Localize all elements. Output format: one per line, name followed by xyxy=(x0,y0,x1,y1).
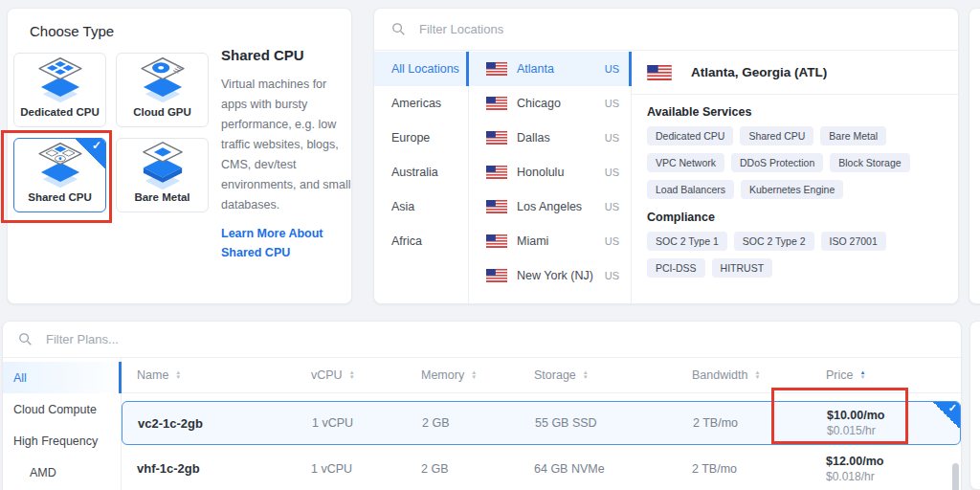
selected-check-icon xyxy=(75,139,105,169)
plan-vcpu: 1 vCPU xyxy=(296,462,406,476)
type-option[interactable]: Shared CPU xyxy=(13,138,106,212)
search-icon xyxy=(18,332,33,346)
compliance-badge: SOC 2 Type 1 xyxy=(647,232,727,251)
city-name: Atlanta xyxy=(517,62,554,76)
type-description-text: Virtual machines for apps with bursty pe… xyxy=(221,75,353,215)
column-header[interactable]: vCPU ▲▼ xyxy=(296,368,406,382)
city-item[interactable]: Miami US xyxy=(469,224,631,258)
region-filter-item[interactable]: All Locations xyxy=(374,52,468,86)
column-header[interactable]: Storage ▲▼ xyxy=(519,368,677,382)
city-name: Honolulu xyxy=(517,166,564,179)
service-badge: Load Balancers xyxy=(647,180,734,199)
plan-table: Name ▲▼ vCPU ▲▼ Memory ▲▼ Storage ▲▼ xyxy=(122,358,961,490)
available-services-heading: Available Services xyxy=(647,105,943,119)
city-list: Atlanta US Chicago US Dallas US Honolulu… xyxy=(469,51,632,303)
region-filter-item[interactable]: Africa xyxy=(374,224,468,258)
city-country: US xyxy=(605,167,619,178)
plan-price-hourly: $0.018/hr xyxy=(826,469,961,484)
plan-storage: 64 GB NVMe xyxy=(519,462,677,476)
region-filter-item[interactable]: Europe xyxy=(374,121,468,155)
type-option[interactable]: Bare Metal xyxy=(116,138,209,212)
city-country: US xyxy=(605,201,619,212)
sort-icon: ▲▼ xyxy=(349,370,355,381)
column-label: Price xyxy=(826,368,853,382)
city-item[interactable]: Dallas US xyxy=(469,121,631,155)
locations-body: All LocationsAmericasEuropeAustraliaAsia… xyxy=(374,51,958,303)
city-country: US xyxy=(605,63,619,75)
column-label: Storage xyxy=(534,368,576,382)
city-name: Dallas xyxy=(517,131,550,145)
city-item[interactable]: Chicago US xyxy=(469,86,631,121)
column-label: Memory xyxy=(421,368,464,382)
selected-check-icon xyxy=(933,402,960,429)
city-item[interactable]: Atlanta US xyxy=(469,52,631,86)
filter-locations-input[interactable] xyxy=(417,21,813,37)
column-label: Name xyxy=(137,368,168,382)
plan-category-item[interactable]: High Frequency xyxy=(3,425,121,457)
cloud-gpu-icon xyxy=(134,56,191,110)
type-description: Shared CPU Virtual machines for apps wit… xyxy=(221,47,353,262)
type-description-title: Shared CPU xyxy=(221,47,353,63)
plan-memory: 2 GB xyxy=(406,462,519,476)
choose-type-panel: Choose Type Dedicated CPU Cloud GPU Shar… xyxy=(7,8,352,304)
plan-price-monthly: $12.00/mo xyxy=(826,454,961,469)
deploy-page: Choose Type Dedicated CPU Cloud GPU Shar… xyxy=(0,0,980,490)
learn-more-link[interactable]: Learn More About Shared CPU xyxy=(221,224,353,262)
city-name: Los Angeles xyxy=(517,200,582,213)
plans-body: AllCloud ComputeHigh FrequencyAMD Name ▲… xyxy=(3,358,961,490)
service-badge: Dedicated CPU xyxy=(647,126,733,145)
type-option[interactable]: Cloud GPU xyxy=(116,53,209,127)
plan-row[interactable]: vc2-1c-2gb 1 vCPU 2 GB 55 GB SSD 2 TB/mo… xyxy=(122,401,961,445)
plan-memory: 2 GB xyxy=(407,416,520,430)
plan-bandwidth: 2 TB/mo xyxy=(678,416,812,430)
plan-name: vhf-1c-2gb xyxy=(122,461,296,476)
plan-vcpu: 1 vCPU xyxy=(297,416,407,430)
us-flag-icon xyxy=(486,131,507,145)
column-header[interactable]: Name ▲▼ xyxy=(122,368,296,382)
us-flag-icon xyxy=(486,269,507,282)
cropped-neighbor-panel xyxy=(969,8,980,304)
location-detail: Atlanta, Georgia (ATL) Available Service… xyxy=(632,51,958,303)
search-icon xyxy=(391,22,406,36)
column-header[interactable]: Price ▲▼ xyxy=(811,368,961,382)
us-flag-icon xyxy=(486,166,507,179)
city-item[interactable]: Honolulu US xyxy=(469,155,631,189)
city-item[interactable]: Los Angeles US xyxy=(469,189,631,224)
region-filter-item[interactable]: Americas xyxy=(374,86,468,121)
type-option[interactable]: Dedicated CPU xyxy=(13,53,106,127)
plan-category-item[interactable]: AMD xyxy=(3,457,121,488)
us-flag-icon xyxy=(486,62,507,76)
plans-panel: AllCloud ComputeHigh FrequencyAMD Name ▲… xyxy=(2,321,962,490)
bare-metal-icon xyxy=(134,141,191,195)
city-name: Chicago xyxy=(517,97,561,110)
region-filter-list: All LocationsAmericasEuropeAustraliaAsia… xyxy=(374,51,469,303)
column-header[interactable]: Bandwidth ▲▼ xyxy=(677,368,811,382)
table-scrollbar[interactable] xyxy=(952,463,959,490)
filter-plans-input[interactable] xyxy=(44,331,704,347)
service-badge: Bare Metal xyxy=(820,126,886,145)
column-label: Bandwidth xyxy=(692,368,747,382)
plan-category-list: AllCloud ComputeHigh FrequencyAMD xyxy=(3,358,122,490)
service-badge: DDoS Protection xyxy=(731,153,823,172)
city-country: US xyxy=(605,235,619,247)
us-flag-icon xyxy=(486,234,507,248)
plan-category-item[interactable]: All xyxy=(3,362,121,393)
plan-row[interactable]: vhf-1c-2gb 1 vCPU 2 GB 64 GB NVMe 2 TB/m… xyxy=(122,447,961,490)
plan-bandwidth: 2 TB/mo xyxy=(677,462,811,476)
type-options-grid: Dedicated CPU Cloud GPU Shared CPU Bare … xyxy=(13,53,209,212)
service-badge: Kubernetes Engine xyxy=(741,180,843,199)
city-item[interactable]: New York (NJ) US xyxy=(469,258,631,293)
service-badge: Shared CPU xyxy=(740,126,813,145)
cropped-neighbor-panel xyxy=(969,321,980,490)
region-filter-item[interactable]: Asia xyxy=(374,189,468,224)
sort-icon: ▲▼ xyxy=(583,370,589,381)
compliance-heading: Compliance xyxy=(647,211,943,224)
choose-type-title: Choose Type xyxy=(30,23,114,39)
plan-category-item[interactable]: Cloud Compute xyxy=(3,393,121,425)
dedicated-cpu-icon xyxy=(32,56,89,110)
service-badge: Block Storage xyxy=(830,153,909,172)
region-filter-item[interactable]: Australia xyxy=(374,155,468,189)
location-title: Atlanta, Georgia (ATL) xyxy=(691,65,827,79)
column-header[interactable]: Memory ▲▼ xyxy=(406,368,519,382)
city-country: US xyxy=(605,270,619,281)
